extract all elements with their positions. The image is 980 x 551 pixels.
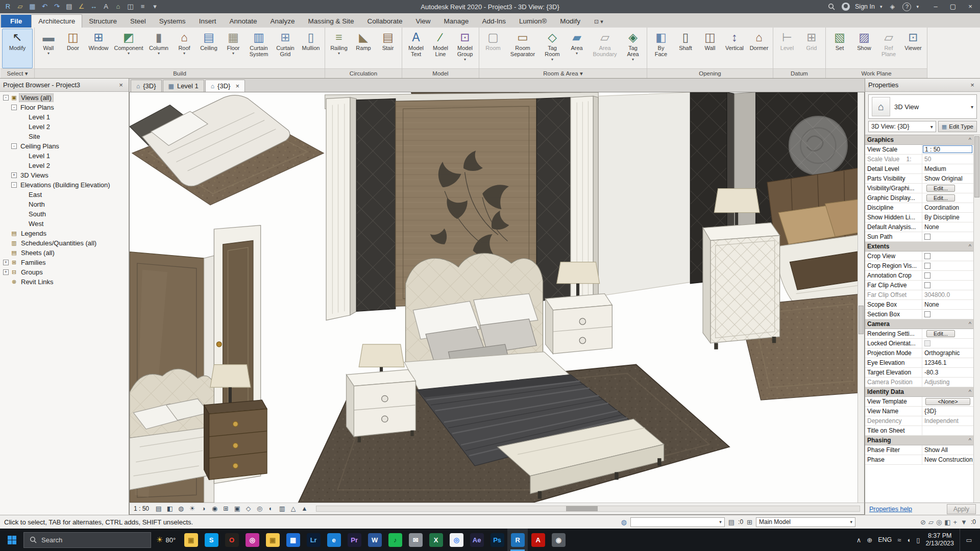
hidden-icons-chevron[interactable]: ∧	[856, 536, 862, 544]
language-indicator[interactable]: ENG	[878, 536, 892, 543]
tree-expander-icon[interactable]: +	[3, 260, 9, 265]
view-template-button[interactable]: <None>	[925, 398, 970, 405]
property-value[interactable]: None	[922, 300, 973, 309]
select-by-face-toggle-icon[interactable]: ◧	[944, 518, 950, 526]
taskbar-app-photos[interactable]: ▦	[283, 529, 303, 551]
temporary-hide-isolate-icon[interactable]: ◎	[254, 504, 265, 514]
apply-button[interactable]: Apply	[947, 504, 976, 514]
weather-widget[interactable]: ☀ 80°	[151, 529, 181, 551]
select-pinned-toggle-icon[interactable]: ◎	[936, 518, 942, 526]
button-room-separator[interactable]: ▭Room Separator	[505, 29, 540, 68]
ribbon-tab-lumion[interactable]: Lumion®	[512, 15, 553, 28]
view-tab-3d[interactable]: ⌂{3D}×	[205, 80, 245, 92]
taskbar-app-premiere[interactable]: Pr	[344, 529, 364, 551]
button-set[interactable]: ▧Set	[827, 29, 852, 68]
select-links-toggle-icon[interactable]: ⊘	[920, 518, 926, 526]
browser-item-south[interactable]: South	[0, 209, 129, 219]
close-button[interactable]: ×	[962, 0, 979, 13]
browser-item-schedules-quantities-all[interactable]: ▥Schedules/Quantities (all)	[0, 238, 129, 248]
rendering-setti-edit-button[interactable]: Edit...	[926, 330, 955, 337]
button-wall[interactable]: ▬Wall▾	[36, 29, 61, 68]
taskbar-app-opera[interactable]: O	[222, 529, 242, 551]
browser-item-level-1[interactable]: Level 1	[0, 112, 129, 122]
measure-icon[interactable]: ∠	[76, 1, 87, 12]
crop-view-icon[interactable]: ⊞	[220, 504, 231, 514]
ribbon-tab-systems[interactable]: Systems	[153, 15, 192, 28]
browser-item-families[interactable]: +⊞Families	[0, 258, 129, 267]
ribbon-tab-file[interactable]: File	[1, 15, 31, 28]
button-shaft[interactable]: ▯Shaft	[673, 29, 698, 68]
browser-item-views-all[interactable]: -▣Views (all)	[0, 93, 129, 103]
taskbar-app-mail[interactable]: ✉	[405, 529, 426, 551]
maximize-button[interactable]: ▢	[944, 0, 962, 13]
property-value[interactable]: Show All	[922, 445, 973, 455]
close-project-browser-icon[interactable]: ×	[116, 81, 126, 89]
tree-expander-icon[interactable]: -	[11, 143, 17, 149]
button-window[interactable]: ⊞Window	[85, 29, 112, 68]
property-value[interactable]: -80.3	[922, 368, 973, 377]
property-value[interactable]: 12346.1	[922, 358, 973, 367]
modify-selection-widget[interactable]: ⊡ ▾	[591, 16, 606, 28]
button-by-face[interactable]: ◧By Face	[649, 29, 673, 68]
view-tab-3d[interactable]: ⌂{3D}	[131, 80, 162, 92]
taskbar-app-edge[interactable]: e	[324, 529, 344, 551]
properties-help-link[interactable]: Properties help	[869, 506, 912, 513]
close-properties-icon[interactable]: ×	[968, 81, 977, 89]
ribbon-tab-massing-site[interactable]: Massing & Site	[301, 15, 360, 28]
network-icon[interactable]: ≈	[897, 536, 901, 544]
button-door[interactable]: ◫Door	[61, 29, 85, 68]
horizontal-scroll-thumb[interactable]	[566, 506, 598, 511]
taskbar-app-spotify[interactable]: ♪	[385, 529, 405, 551]
browser-item-north[interactable]: North	[0, 199, 129, 209]
rendering-dialog-icon[interactable]: ◉	[209, 504, 220, 514]
browser-item-level-2[interactable]: Level 2	[0, 122, 129, 132]
tree-expander-icon[interactable]: +	[11, 172, 17, 178]
view-scale-control[interactable]: 1 : 50	[132, 505, 153, 512]
exchange-apps-icon[interactable]: ◈	[887, 2, 897, 12]
notification-center-icon[interactable]: ▭	[960, 529, 978, 551]
property-value[interactable]: Medium	[922, 164, 973, 173]
property-value[interactable]: None	[922, 222, 973, 232]
button-show[interactable]: ▨Show	[852, 29, 876, 68]
tree-expander-icon[interactable]: -	[3, 95, 9, 101]
section-icon[interactable]: ◫	[125, 1, 136, 12]
ribbon-tab-collaborate[interactable]: Collaborate	[361, 15, 409, 28]
property-input[interactable]: 1 : 50	[923, 145, 972, 153]
temporary-view-properties-icon[interactable]: ▥	[277, 504, 287, 514]
property-value[interactable]: Coordination	[922, 203, 973, 212]
button-floor[interactable]: ▦Floor▾	[221, 29, 246, 68]
taskbar-search[interactable]: Search	[23, 532, 151, 548]
ribbon-tab-annotate[interactable]: Annotate	[223, 15, 263, 28]
app-menu-revit-icon[interactable]: R	[2, 1, 14, 12]
button-wall[interactable]: ◫Wall	[698, 29, 722, 68]
design-option-dropdown-icon[interactable]: ▾	[847, 519, 852, 524]
taskbar-app-instagram[interactable]: ◎	[242, 529, 262, 551]
sign-in-caret-icon[interactable]: ▾	[880, 4, 883, 9]
button-model-text[interactable]: AModel Text	[404, 29, 428, 68]
taskbar-app-folder-documents[interactable]: ▣	[262, 529, 283, 551]
ribbon-tab-structure[interactable]: Structure	[82, 15, 124, 28]
browser-item-level-2[interactable]: Level 2	[0, 161, 129, 170]
button-area[interactable]: ▰Area▾	[565, 29, 589, 68]
button-vertical[interactable]: ↕Vertical	[722, 29, 747, 68]
far-clip-active-checkbox[interactable]	[924, 282, 930, 288]
drag-on-selection-toggle-icon[interactable]: +	[953, 518, 958, 526]
taskbar-app-after-effects[interactable]: Ae	[467, 529, 487, 551]
user-avatar-icon[interactable]	[842, 3, 850, 11]
ribbon-tab-analyze[interactable]: Analyze	[263, 15, 301, 28]
viewport-vertical-scrollbar[interactable]	[857, 92, 864, 503]
collapse-section-icon[interactable]: ^	[969, 387, 973, 396]
properties-scroll-thumb[interactable]	[974, 136, 979, 197]
button-mullion[interactable]: ▯Mullion	[299, 29, 323, 68]
active-workset-icon[interactable]: ◍	[621, 518, 626, 526]
onedrive-icon[interactable]: ⊕	[867, 536, 872, 544]
properties-section-identity-data[interactable]: Identity Data^	[865, 387, 973, 397]
far-wall[interactable]	[598, 92, 690, 296]
button-curtain-system[interactable]: ▥Curtain System	[246, 29, 272, 68]
collapse-section-icon[interactable]: ^	[969, 436, 973, 445]
browser-item-legends[interactable]: ▤Legends	[0, 229, 129, 238]
browser-item-east[interactable]: East	[0, 190, 129, 199]
button-ramp[interactable]: ◣Ramp	[351, 29, 376, 68]
3d-scene[interactable]	[130, 92, 864, 503]
filter-icon[interactable]: ▼	[961, 518, 967, 526]
